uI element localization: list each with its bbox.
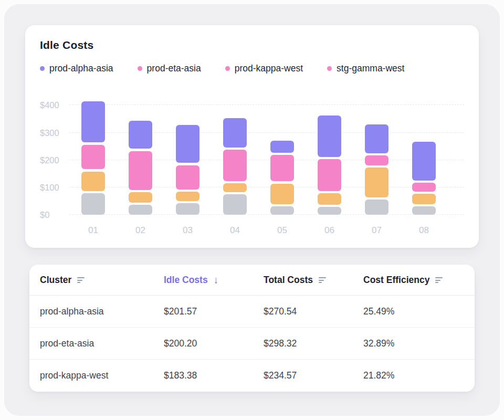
legend-item-prod-eta-asia[interactable]: prod-eta-asia	[138, 63, 201, 74]
bar-segment-prod-kappa-west-02[interactable]	[129, 192, 152, 203]
bar-segment-prod-eta-asia-03[interactable]	[176, 165, 200, 190]
cell-cluster: prod-kappa-west	[40, 370, 164, 381]
bar-segment-prod-alpha-asia-01[interactable]	[81, 101, 105, 142]
bar-segment-prod-eta-asia-02[interactable]	[129, 151, 152, 190]
sort-lines-icon	[319, 277, 326, 283]
legend-dot-icon	[327, 66, 332, 71]
cell-total: $298.32	[264, 338, 363, 349]
legend-item-label: prod-kappa-west	[235, 63, 303, 74]
bar-segment-prod-eta-asia-04[interactable]	[223, 150, 247, 181]
cell-idle: $200.20	[164, 338, 264, 349]
bar-segment-prod-kappa-west-05[interactable]	[270, 184, 294, 205]
x-axis-tick-label: 04	[219, 225, 251, 236]
legend-item-label: stg-gamma-west	[337, 63, 404, 74]
legend-item-label: prod-eta-asia	[147, 63, 201, 74]
bar-segment-prod-eta-asia-08[interactable]	[412, 183, 436, 192]
cell-efficiency: 25.49%	[363, 306, 464, 317]
bar-segment-prod-alpha-asia-02[interactable]	[129, 121, 152, 149]
bar-segment-stg-gamma-west-06[interactable]	[318, 207, 341, 215]
table-header-row: ClusterIdle Costs↓Total CostsCost Effici…	[29, 265, 475, 296]
bar-segment-prod-eta-asia-07[interactable]	[365, 155, 388, 165]
bar-segment-stg-gamma-west-05[interactable]	[270, 206, 294, 215]
x-axis-tick-label: 08	[408, 225, 440, 236]
column-header-label: Total Costs	[264, 275, 313, 286]
idle-costs-chart-card: Idle Costs prod-alpha-asiaprod-eta-asiap…	[25, 25, 479, 248]
cell-idle: $201.57	[164, 306, 264, 317]
bar-segment-prod-eta-asia-05[interactable]	[270, 155, 294, 182]
column-header-total[interactable]: Total Costs	[264, 275, 363, 286]
sort-desc-arrow-icon: ↓	[214, 275, 219, 285]
legend-dot-icon	[40, 66, 45, 71]
bar-segment-prod-alpha-asia-08[interactable]	[412, 142, 436, 181]
legend-item-prod-kappa-west[interactable]: prod-kappa-west	[225, 63, 303, 74]
bar-segment-prod-alpha-asia-07[interactable]	[365, 124, 388, 153]
bar-segment-prod-kappa-west-04[interactable]	[223, 183, 247, 192]
bar-segment-prod-kappa-west-06[interactable]	[318, 193, 341, 205]
bar-segment-prod-kappa-west-07[interactable]	[365, 167, 388, 197]
chart-title: Idle Costs	[40, 39, 464, 51]
cell-total: $234.57	[264, 370, 363, 381]
bar-segment-stg-gamma-west-08[interactable]	[412, 206, 436, 215]
bar-segment-stg-gamma-west-02[interactable]	[129, 205, 152, 215]
x-axis-tick-label: 03	[172, 225, 204, 236]
bar-segment-prod-kappa-west-08[interactable]	[412, 194, 436, 204]
x-axis-tick-label: 02	[125, 225, 156, 236]
table-row-prod-kappa-west: prod-kappa-west$183.38$234.5721.82%	[29, 360, 475, 392]
bar-segment-prod-alpha-asia-03[interactable]	[176, 125, 200, 163]
legend-item-stg-gamma-west[interactable]: stg-gamma-west	[327, 63, 404, 74]
table-body: prod-alpha-asia$201.57$270.5425.49%prod-…	[29, 296, 475, 392]
cell-idle: $183.38	[164, 370, 264, 381]
column-header-cluster[interactable]: Cluster	[40, 275, 164, 286]
column-header-label: Cost Efficiency	[363, 275, 429, 286]
bar-segment-prod-alpha-asia-06[interactable]	[318, 116, 341, 157]
gridline	[69, 104, 464, 105]
table-row-prod-eta-asia: prod-eta-asia$200.20$298.3232.89%	[29, 328, 475, 360]
x-axis-tick-label: 07	[361, 225, 393, 236]
bar-segment-prod-eta-asia-01[interactable]	[81, 145, 105, 170]
y-axis: $0$100$200$300$400	[40, 100, 69, 215]
bar-segment-stg-gamma-west-07[interactable]	[365, 200, 388, 215]
column-header-label: Cluster	[40, 275, 71, 286]
bar-segment-prod-alpha-asia-05[interactable]	[270, 141, 294, 153]
cell-efficiency: 32.89%	[363, 338, 464, 349]
y-axis-tick-label: $200	[40, 155, 59, 165]
sort-lines-icon	[435, 277, 443, 283]
legend-dot-icon	[138, 66, 142, 71]
x-axis: 0102030405060708	[69, 225, 464, 237]
bar-segment-stg-gamma-west-03[interactable]	[176, 203, 200, 215]
y-axis-tick-label: $400	[40, 100, 59, 110]
stacked-bar-chart: $0$100$200$300$400	[40, 100, 464, 215]
column-header-efficiency[interactable]: Cost Efficiency	[363, 275, 464, 286]
column-header-idle[interactable]: Idle Costs↓	[164, 275, 264, 286]
cell-cluster: prod-eta-asia	[40, 338, 164, 349]
column-header-label: Idle Costs	[164, 275, 208, 286]
cell-total: $270.54	[264, 306, 363, 317]
bar-segment-stg-gamma-west-04[interactable]	[223, 194, 247, 215]
cell-efficiency: 21.82%	[363, 370, 464, 381]
bar-segment-prod-kappa-west-03[interactable]	[176, 192, 200, 201]
bar-segment-prod-alpha-asia-04[interactable]	[223, 118, 247, 148]
chart-legend: prod-alpha-asiaprod-eta-asiaprod-kappa-w…	[40, 62, 464, 74]
table-row-prod-alpha-asia: prod-alpha-asia$201.57$270.5425.49%	[29, 296, 475, 328]
gridline	[69, 214, 464, 215]
sort-lines-icon	[77, 277, 85, 283]
clusters-table-card: ClusterIdle Costs↓Total CostsCost Effici…	[29, 265, 475, 392]
x-axis-tick-label: 06	[314, 225, 345, 236]
x-axis-tick-label: 05	[267, 225, 298, 236]
y-axis-tick-label: $0	[40, 209, 49, 220]
y-axis-tick-label: $100	[40, 182, 59, 193]
legend-item-prod-alpha-asia[interactable]: prod-alpha-asia	[40, 63, 113, 74]
legend-dot-icon	[225, 66, 230, 71]
cell-cluster: prod-alpha-asia	[40, 306, 164, 317]
y-axis-tick-label: $300	[40, 128, 59, 138]
x-axis-tick-label: 01	[78, 225, 109, 236]
bar-segment-stg-gamma-west-01[interactable]	[81, 193, 105, 215]
bar-segment-prod-kappa-west-01[interactable]	[81, 172, 105, 191]
legend-item-label: prod-alpha-asia	[49, 63, 113, 74]
chart-plot-area	[69, 100, 464, 215]
bar-segment-prod-eta-asia-06[interactable]	[318, 159, 341, 191]
